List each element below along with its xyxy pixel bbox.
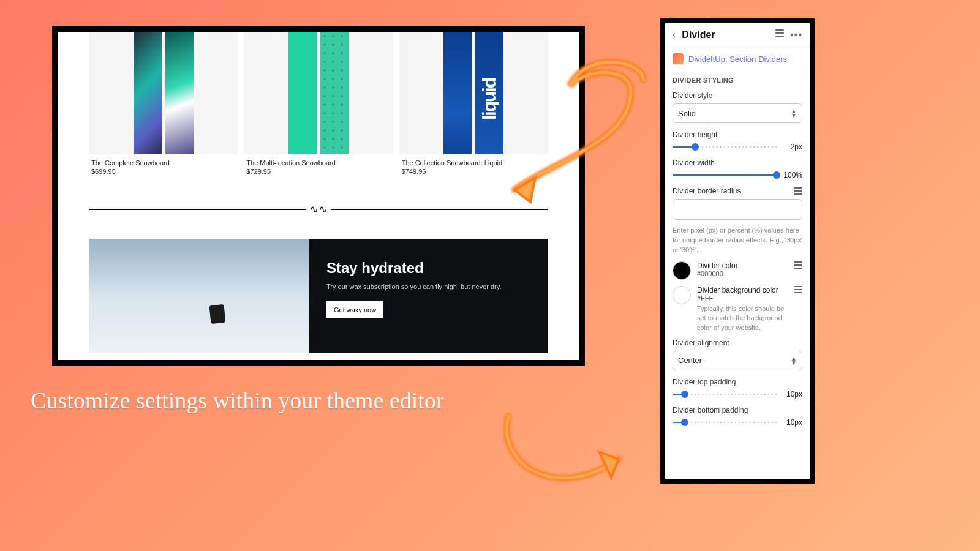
- select-divider-style[interactable]: Solid ▲▼: [673, 103, 802, 123]
- hex-divider-color: #000000: [697, 270, 788, 277]
- select-alignment[interactable]: Center ▲▼: [673, 351, 802, 370]
- snowboard-graphic: [288, 32, 317, 154]
- marketing-caption: Customize settings within your theme edi…: [31, 387, 443, 414]
- divider-line: [89, 209, 306, 210]
- product-card[interactable]: liquid The Collection Snowboard: Liquid …: [399, 32, 548, 176]
- product-image: [244, 32, 393, 154]
- label-alignment: Divider alignment: [673, 339, 802, 347]
- value-bottom-padding: 10px: [782, 418, 802, 427]
- input-border-radius[interactable]: [673, 199, 802, 220]
- snowboard-graphic: [320, 32, 349, 154]
- skier-graphic: [209, 304, 225, 324]
- product-image: [89, 32, 238, 154]
- layers-icon[interactable]: [775, 29, 784, 37]
- hero-cta-button[interactable]: Get waxy now: [326, 301, 383, 318]
- hero-image: [89, 239, 309, 353]
- chevron-updown-icon: ▲▼: [791, 356, 797, 365]
- select-value: Center: [678, 356, 702, 365]
- back-chevron-icon[interactable]: ‹: [673, 29, 676, 40]
- hero-subtitle: Try our wax subscription so you can fly …: [326, 283, 531, 290]
- product-price: $699.95: [89, 167, 238, 176]
- panel-title: Divider: [682, 29, 769, 40]
- layers-icon[interactable]: [794, 187, 802, 195]
- field-divider-style: Divider style Solid ▲▼: [665, 86, 810, 126]
- help-border-radius: Enter pixel (px) or percent (%) values h…: [665, 222, 810, 257]
- divider-line: [331, 209, 548, 210]
- more-icon[interactable]: •••: [790, 29, 802, 40]
- product-card[interactable]: The Complete Snowboard $699.95: [89, 32, 238, 176]
- value-top-padding: 10px: [782, 390, 802, 399]
- slider-divider-width[interactable]: [673, 171, 777, 179]
- field-border-radius: Divider border radius: [665, 182, 810, 222]
- theme-editor-panel: ‹ Divider ••• DivideItUp: Section Divide…: [660, 18, 815, 484]
- slider-thumb[interactable]: [681, 419, 688, 426]
- color-swatch[interactable]: [673, 261, 691, 280]
- field-top-padding: Divider top padding 10px: [665, 373, 810, 401]
- product-card[interactable]: The Multi-location Snowboard $729.95: [244, 32, 393, 176]
- field-divider-width: Divider width 100%: [665, 154, 810, 182]
- product-price: $729.95: [244, 167, 393, 176]
- label-divider-color: Divider color: [697, 261, 788, 270]
- layers-icon[interactable]: [794, 261, 802, 269]
- color-swatch[interactable]: [673, 286, 691, 304]
- product-title: The Collection Snowboard: Liquid: [399, 154, 548, 167]
- slider-bottom-padding[interactable]: [673, 419, 777, 426]
- hero-banner: Stay hydrated Try our wax subscription s…: [89, 239, 548, 353]
- select-value: Solid: [678, 109, 696, 118]
- field-alignment: Divider alignment Center ▲▼: [665, 334, 810, 373]
- value-divider-height: 2px: [782, 143, 802, 151]
- slider-divider-height[interactable]: [673, 143, 777, 151]
- hex-bg-color: #FFF: [697, 294, 788, 302]
- hero-text: Stay hydrated Try our wax subscription s…: [309, 239, 548, 353]
- app-source-link[interactable]: DivideItUp: Section Dividers: [665, 47, 810, 70]
- app-name: DivideItUp: Section Dividers: [688, 54, 787, 64]
- label-divider-width: Divider width: [673, 159, 802, 167]
- slider-thumb[interactable]: [692, 143, 699, 151]
- label-bottom-padding: Divider bottom padding: [673, 406, 802, 414]
- snowboard-graphic: [134, 32, 162, 154]
- app-icon: [673, 53, 684, 64]
- value-divider-width: 100%: [782, 171, 802, 179]
- section-heading: DIVIDER STYLING: [665, 70, 810, 86]
- help-bg-color: Typically, this color should be set to m…: [697, 304, 788, 332]
- snowboard-graphic: liquid: [475, 32, 503, 154]
- product-price: $749.95: [399, 167, 548, 176]
- label-bg-color: Divider background color: [697, 286, 788, 294]
- panel-header: ‹ Divider •••: [665, 23, 810, 47]
- field-bottom-padding: Divider bottom padding 10px: [665, 401, 810, 429]
- divider-ornament-icon: ∿∿: [306, 203, 331, 216]
- product-title: The Multi-location Snowboard: [244, 154, 393, 167]
- label-border-radius: Divider border radius: [673, 187, 741, 195]
- store-preview: The Complete Snowboard $699.95 The Multi…: [58, 32, 579, 360]
- label-top-padding: Divider top padding: [673, 378, 802, 386]
- layers-icon[interactable]: [794, 286, 802, 293]
- field-divider-color[interactable]: Divider color #000000: [665, 257, 810, 281]
- section-divider: ∿∿: [89, 203, 548, 216]
- store-preview-frame: The Complete Snowboard $699.95 The Multi…: [52, 26, 585, 366]
- slider-thumb[interactable]: [681, 391, 688, 398]
- snowboard-graphic: [165, 32, 194, 154]
- field-divider-height: Divider height 2px: [665, 126, 810, 154]
- hero-title: Stay hydrated: [326, 260, 531, 277]
- chevron-updown-icon: ▲▼: [791, 109, 797, 118]
- product-title: The Complete Snowboard: [89, 154, 238, 167]
- product-image: liquid: [399, 32, 548, 154]
- label-divider-style: Divider style: [673, 91, 802, 100]
- field-bg-color[interactable]: Divider background color #FFF Typically,…: [665, 281, 810, 334]
- slider-thumb[interactable]: [773, 171, 780, 179]
- arrow-annotation: [484, 380, 655, 514]
- product-row: The Complete Snowboard $699.95 The Multi…: [58, 32, 579, 176]
- label-divider-height: Divider height: [673, 130, 802, 139]
- slider-top-padding[interactable]: [673, 391, 777, 398]
- snowboard-graphic: [443, 32, 472, 154]
